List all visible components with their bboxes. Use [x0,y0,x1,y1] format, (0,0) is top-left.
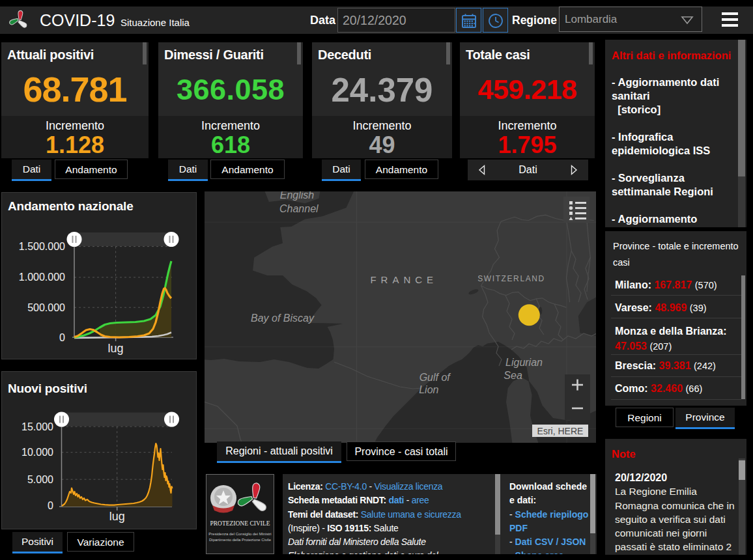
svg-text:Sea: Sea [504,370,522,381]
svg-text:0: 0 [59,332,65,343]
svg-text:Bay of Biscay: Bay of Biscay [251,313,315,324]
svg-text:Channel: Channel [279,203,319,214]
svg-text:1.000.000: 1.000.000 [19,272,65,283]
svg-text:5.000: 5.000 [27,474,53,485]
svg-text:Gulf of: Gulf of [419,372,451,383]
svg-text:SWITZERLAND: SWITZERLAND [477,274,545,283]
svg-text:500.000: 500.000 [27,302,65,313]
svg-text:0: 0 [48,500,53,511]
svg-text:lug: lug [108,342,124,355]
svg-text:FRANCE: FRANCE [370,274,438,285]
svg-text:English: English [280,191,315,201]
svg-text:Esri, HERE: Esri, HERE [537,426,584,436]
svg-text:1.500.000: 1.500.000 [19,241,65,252]
svg-text:Ligurian: Ligurian [505,357,543,368]
svg-text:lug: lug [109,510,125,523]
svg-text:Lion: Lion [419,384,438,395]
svg-text:10.000: 10.000 [21,447,53,458]
svg-text:15.000: 15.000 [21,421,53,432]
